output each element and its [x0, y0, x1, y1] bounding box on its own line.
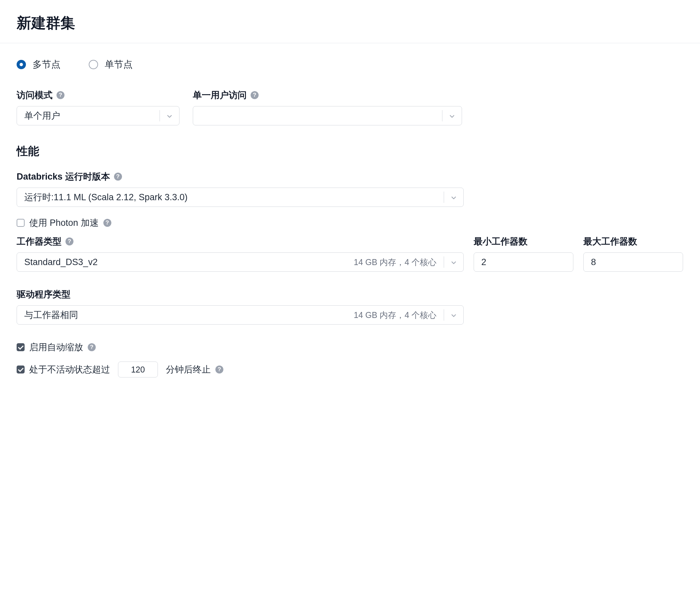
- chevron-down-icon: [448, 112, 456, 119]
- radio-indicator: [89, 60, 98, 69]
- worker-type-label: 工作器类型 ?: [16, 235, 464, 247]
- radio-indicator: [16, 60, 26, 69]
- driver-type-select[interactable]: 与工作器相同 14 GB 内存，4 个核心: [16, 305, 464, 325]
- node-mode-radio-group: 多节点 单节点: [16, 58, 684, 71]
- help-icon[interactable]: ?: [56, 91, 64, 99]
- chevron-down-icon: [450, 311, 457, 319]
- worker-type-select[interactable]: Standard_DS3_v2 14 GB 内存，4 个核心: [16, 252, 464, 272]
- divider: [442, 110, 442, 121]
- access-mode-label: 访问模式 ?: [16, 89, 179, 101]
- help-icon[interactable]: ?: [103, 219, 112, 227]
- page-title: 新建群集: [16, 13, 684, 43]
- select-meta: 14 GB 内存，4 个核心: [354, 310, 436, 321]
- driver-type-label: 驱动程序类型: [16, 288, 464, 300]
- photon-checkbox[interactable]: [16, 219, 25, 227]
- autoscale-label: 启用自动缩放: [29, 341, 83, 353]
- help-icon[interactable]: ?: [114, 172, 122, 181]
- single-user-access-label: 单一用户访问 ?: [193, 89, 462, 101]
- divider: [444, 309, 444, 321]
- select-value: 运行时:11.1 ML (Scala 2.12, Spark 3.3.0): [24, 191, 436, 203]
- max-workers-label: 最大工作器数: [583, 235, 683, 247]
- divider: [444, 192, 444, 203]
- help-icon[interactable]: ?: [65, 237, 74, 245]
- divider: [0, 43, 700, 43]
- min-workers-input[interactable]: [474, 252, 573, 272]
- terminate-minutes-input[interactable]: [118, 361, 158, 378]
- divider: [160, 110, 160, 121]
- select-value: 单个用户: [24, 110, 152, 122]
- single-user-access-select[interactable]: [193, 106, 462, 125]
- photon-label: 使用 Photon 加速: [29, 217, 99, 229]
- chevron-down-icon: [450, 259, 457, 266]
- min-workers-label: 最小工作器数: [474, 235, 573, 247]
- radio-label: 多节点: [33, 58, 60, 71]
- chevron-down-icon: [166, 112, 173, 119]
- select-value: Standard_DS3_v2: [24, 257, 350, 267]
- terminate-checkbox[interactable]: [16, 365, 25, 373]
- radio-multi-node[interactable]: 多节点: [16, 58, 60, 71]
- help-icon[interactable]: ?: [88, 343, 96, 351]
- help-icon[interactable]: ?: [215, 365, 223, 373]
- radio-label: 单节点: [105, 58, 133, 71]
- autoscale-checkbox[interactable]: [16, 343, 25, 351]
- runtime-version-label: Databricks 运行时版本 ?: [16, 171, 464, 183]
- select-meta: 14 GB 内存，4 个核心: [354, 257, 436, 268]
- performance-section-title: 性能: [16, 144, 684, 159]
- help-icon[interactable]: ?: [251, 91, 259, 99]
- access-mode-select[interactable]: 单个用户: [16, 106, 179, 125]
- radio-single-node[interactable]: 单节点: [89, 58, 133, 71]
- max-workers-input[interactable]: [583, 252, 683, 272]
- terminate-suffix: 分钟后终止: [166, 363, 211, 375]
- select-value: 与工作器相同: [24, 309, 350, 321]
- terminate-prefix: 处于不活动状态超过: [29, 363, 110, 375]
- runtime-version-select[interactable]: 运行时:11.1 ML (Scala 2.12, Spark 3.3.0): [16, 188, 464, 207]
- divider: [444, 256, 444, 268]
- chevron-down-icon: [450, 194, 457, 201]
